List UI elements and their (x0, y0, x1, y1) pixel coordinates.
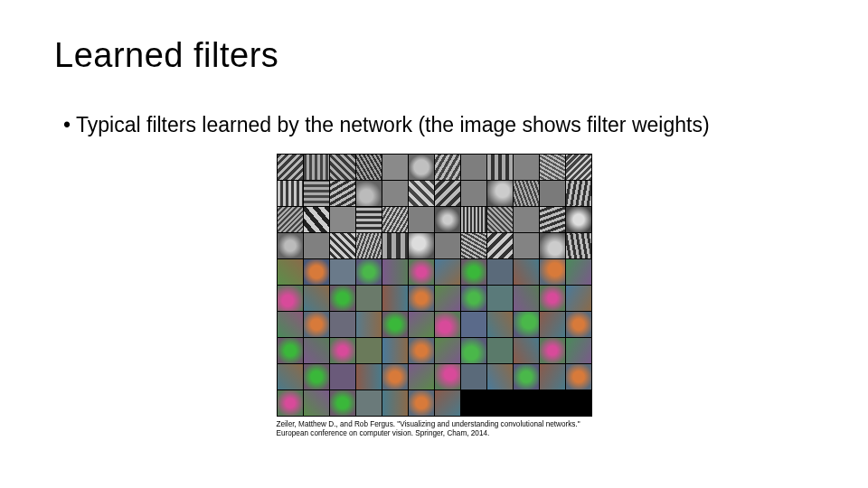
filter-tile (461, 312, 486, 337)
filter-tile (435, 312, 460, 337)
filter-tile (278, 233, 303, 258)
filter-tile (304, 364, 329, 389)
filter-tile (540, 312, 565, 337)
filter-tile (540, 286, 565, 311)
filter-tile (304, 181, 329, 206)
filter-tile (514, 155, 539, 180)
filter-tile (461, 364, 486, 389)
filter-tile (540, 233, 565, 258)
filter-tile (487, 207, 513, 232)
filter-tile (382, 312, 408, 337)
filter-tile (435, 181, 460, 206)
filter-tile (330, 312, 355, 337)
filter-tile (540, 338, 565, 363)
filter-tile (435, 364, 460, 389)
filter-tile (330, 390, 355, 416)
filter-tile (566, 259, 591, 285)
filter-tile (514, 286, 539, 311)
filter-tile (382, 155, 408, 180)
filter-tile (514, 259, 539, 285)
filter-tile (461, 390, 486, 416)
filter-tile (356, 233, 382, 258)
filter-tile (435, 259, 460, 285)
filter-tile (278, 338, 303, 363)
filter-tile (566, 364, 591, 389)
filter-tile (487, 312, 513, 337)
filter-tile (566, 181, 591, 206)
slide: Learned filters Typical filters learned … (0, 0, 868, 488)
filter-tile (330, 338, 355, 363)
bullet-filters: Typical filters learned by the network (… (63, 113, 814, 137)
filter-tile (435, 338, 460, 363)
filter-tile (540, 390, 565, 416)
filter-tile (461, 259, 486, 285)
filter-tile (540, 259, 565, 285)
filter-tile (304, 233, 329, 258)
slide-title: Learned filters (54, 36, 814, 75)
filter-tile (514, 233, 539, 258)
filter-tile (409, 155, 434, 180)
filter-tile (356, 338, 382, 363)
filter-tile (304, 338, 329, 363)
filter-tile (304, 286, 329, 311)
filter-tile (409, 312, 434, 337)
filter-tile (278, 207, 303, 232)
filter-tile (304, 207, 329, 232)
filter-tile (540, 207, 565, 232)
filter-tile (304, 390, 329, 416)
filter-tile (514, 390, 539, 416)
filter-tile (566, 312, 591, 337)
filter-tile (566, 390, 591, 416)
filter-tile (278, 181, 303, 206)
filter-tile (487, 338, 513, 363)
filter-tile (566, 207, 591, 232)
filter-tile (356, 259, 382, 285)
filter-tile (540, 364, 565, 389)
filter-tile (382, 364, 408, 389)
filter-tile (330, 259, 355, 285)
filter-tile (435, 155, 460, 180)
filter-tile (330, 155, 355, 180)
filter-tile (356, 155, 382, 180)
filter-tile (330, 181, 355, 206)
filter-tile (461, 155, 486, 180)
filter-tile (409, 390, 434, 416)
filter-tile (409, 259, 434, 285)
filter-tile (356, 390, 382, 416)
filter-tile (514, 312, 539, 337)
filter-tile (356, 181, 382, 206)
filter-tile (461, 233, 486, 258)
figure-caption: Zeiler, Matthew D., and Rob Fergus. "Vis… (277, 420, 592, 439)
filter-tile (382, 338, 408, 363)
filter-tile (435, 233, 460, 258)
filter-tile (278, 286, 303, 311)
filter-tile (278, 259, 303, 285)
filter-tile (487, 286, 513, 311)
filter-tile (487, 259, 513, 285)
filter-tile (382, 286, 408, 311)
filter-tile (461, 286, 486, 311)
filter-tile (330, 207, 355, 232)
filter-tile (487, 364, 513, 389)
filter-tile (409, 286, 434, 311)
filter-tile (461, 207, 486, 232)
filter-tile (566, 338, 591, 363)
filter-tile (487, 390, 513, 416)
filter-tile (566, 155, 591, 180)
filter-tile (356, 312, 382, 337)
filter-tile (435, 390, 460, 416)
filter-tile (566, 233, 591, 258)
filter-tile (487, 233, 513, 258)
filter-tile (514, 338, 539, 363)
filter-tile (487, 181, 513, 206)
figure-wrapper: Zeiler, Matthew D., and Rob Fergus. "Vis… (54, 154, 814, 439)
filter-tile (435, 207, 460, 232)
filter-tile (330, 286, 355, 311)
filter-tile (514, 364, 539, 389)
filter-grid-image (277, 154, 592, 417)
filter-tile (409, 181, 434, 206)
filter-tile (540, 155, 565, 180)
filter-tile (278, 155, 303, 180)
filter-tile (304, 312, 329, 337)
filter-tile (330, 233, 355, 258)
